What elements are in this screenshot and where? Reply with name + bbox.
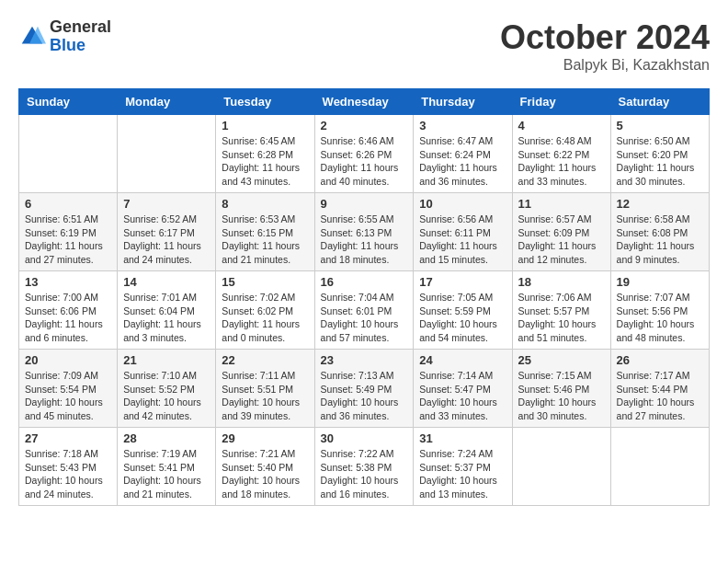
logo-blue: Blue bbox=[50, 37, 111, 55]
day-info: Sunrise: 7:05 AMSunset: 5:59 PMDaylight:… bbox=[419, 292, 497, 343]
day-info: Sunrise: 6:46 AMSunset: 6:26 PMDaylight:… bbox=[321, 135, 399, 187]
calendar-cell: 20 Sunrise: 7:09 AMSunset: 5:54 PMDaylig… bbox=[19, 350, 118, 428]
weekday-header: Wednesday bbox=[314, 89, 414, 115]
calendar-cell: 31 Sunrise: 7:24 AMSunset: 5:37 PMDaylig… bbox=[414, 428, 512, 506]
day-info: Sunrise: 7:02 AMSunset: 6:02 PMDaylight:… bbox=[222, 292, 300, 343]
day-info: Sunrise: 7:06 AMSunset: 5:57 PMDaylight:… bbox=[518, 292, 597, 343]
weekday-header: Monday bbox=[118, 89, 216, 115]
day-number: 7 bbox=[123, 197, 210, 211]
day-number: 18 bbox=[518, 275, 605, 289]
calendar-cell: 19 Sunrise: 7:07 AMSunset: 5:56 PMDaylig… bbox=[610, 271, 709, 350]
calendar-cell: 12 Sunrise: 6:58 AMSunset: 6:08 PMDaylig… bbox=[610, 193, 709, 271]
logo-text: General Blue bbox=[50, 18, 111, 55]
day-number: 1 bbox=[222, 119, 308, 132]
logo-general: General bbox=[50, 18, 111, 37]
calendar-cell: 10 Sunrise: 6:56 AMSunset: 6:11 PMDaylig… bbox=[414, 193, 512, 271]
calendar-cell: 28 Sunrise: 7:19 AMSunset: 5:41 PMDaylig… bbox=[118, 428, 216, 506]
calendar-cell: 27 Sunrise: 7:18 AMSunset: 5:43 PMDaylig… bbox=[19, 428, 118, 506]
day-number: 2 bbox=[321, 119, 408, 132]
day-number: 21 bbox=[123, 353, 210, 367]
calendar-cell: 11 Sunrise: 6:57 AMSunset: 6:09 PMDaylig… bbox=[512, 193, 610, 271]
day-info: Sunrise: 7:11 AMSunset: 5:51 PMDaylight:… bbox=[222, 370, 300, 421]
day-info: Sunrise: 6:56 AMSunset: 6:11 PMDaylight:… bbox=[419, 213, 497, 265]
calendar-cell: 16 Sunrise: 7:04 AMSunset: 6:01 PMDaylig… bbox=[314, 271, 414, 350]
day-info: Sunrise: 6:58 AMSunset: 6:08 PMDaylight:… bbox=[617, 213, 695, 265]
calendar-cell: 23 Sunrise: 7:13 AMSunset: 5:49 PMDaylig… bbox=[314, 350, 414, 428]
day-number: 3 bbox=[419, 119, 506, 132]
day-number: 12 bbox=[617, 197, 703, 211]
day-info: Sunrise: 6:45 AMSunset: 6:28 PMDaylight:… bbox=[222, 135, 300, 187]
day-number: 25 bbox=[518, 353, 605, 367]
location: Balpyk Bi, Kazakhstan bbox=[500, 57, 710, 74]
day-info: Sunrise: 7:14 AMSunset: 5:47 PMDaylight:… bbox=[419, 370, 497, 421]
calendar: SundayMondayTuesdayWednesdayThursdayFrid… bbox=[18, 88, 710, 506]
calendar-cell: 7 Sunrise: 6:52 AMSunset: 6:17 PMDayligh… bbox=[118, 193, 216, 271]
day-info: Sunrise: 6:55 AMSunset: 6:13 PMDaylight:… bbox=[321, 213, 399, 265]
day-info: Sunrise: 6:47 AMSunset: 6:24 PMDaylight:… bbox=[419, 135, 497, 187]
calendar-cell: 22 Sunrise: 7:11 AMSunset: 5:51 PMDaylig… bbox=[216, 350, 314, 428]
day-number: 26 bbox=[617, 353, 703, 367]
day-number: 19 bbox=[617, 275, 703, 289]
weekday-header: Sunday bbox=[19, 89, 118, 115]
day-info: Sunrise: 6:50 AMSunset: 6:20 PMDaylight:… bbox=[617, 135, 695, 187]
day-info: Sunrise: 6:53 AMSunset: 6:15 PMDaylight:… bbox=[222, 213, 300, 265]
calendar-cell: 13 Sunrise: 7:00 AMSunset: 6:06 PMDaylig… bbox=[19, 271, 118, 350]
weekday-header: Tuesday bbox=[216, 89, 314, 115]
day-number: 14 bbox=[123, 275, 210, 289]
calendar-cell: 24 Sunrise: 7:14 AMSunset: 5:47 PMDaylig… bbox=[414, 350, 512, 428]
calendar-cell: 29 Sunrise: 7:21 AMSunset: 5:40 PMDaylig… bbox=[216, 428, 314, 506]
day-number: 15 bbox=[222, 275, 308, 289]
calendar-cell: 5 Sunrise: 6:50 AMSunset: 6:20 PMDayligh… bbox=[610, 115, 709, 193]
day-info: Sunrise: 7:00 AMSunset: 6:06 PMDaylight:… bbox=[25, 292, 103, 343]
day-number: 31 bbox=[419, 431, 506, 445]
calendar-cell: 8 Sunrise: 6:53 AMSunset: 6:15 PMDayligh… bbox=[216, 193, 314, 271]
day-number: 29 bbox=[222, 431, 308, 445]
day-info: Sunrise: 7:18 AMSunset: 5:43 PMDaylight:… bbox=[25, 448, 103, 500]
calendar-cell bbox=[610, 428, 709, 506]
calendar-week-row: 13 Sunrise: 7:00 AMSunset: 6:06 PMDaylig… bbox=[19, 271, 710, 350]
day-info: Sunrise: 6:52 AMSunset: 6:17 PMDaylight:… bbox=[123, 213, 201, 265]
header-row: SundayMondayTuesdayWednesdayThursdayFrid… bbox=[19, 89, 710, 115]
day-number: 6 bbox=[25, 197, 111, 211]
title-block: October 2024 Balpyk Bi, Kazakhstan bbox=[500, 18, 710, 74]
day-number: 10 bbox=[419, 197, 506, 211]
logo-icon bbox=[18, 23, 46, 51]
day-number: 28 bbox=[123, 431, 210, 445]
calendar-cell: 30 Sunrise: 7:22 AMSunset: 5:38 PMDaylig… bbox=[314, 428, 414, 506]
calendar-cell bbox=[118, 115, 216, 193]
day-number: 27 bbox=[25, 431, 111, 445]
day-info: Sunrise: 7:19 AMSunset: 5:41 PMDaylight:… bbox=[123, 448, 201, 500]
day-number: 8 bbox=[222, 197, 308, 211]
day-info: Sunrise: 7:21 AMSunset: 5:40 PMDaylight:… bbox=[222, 448, 300, 500]
day-number: 9 bbox=[321, 197, 408, 211]
weekday-header: Thursday bbox=[414, 89, 512, 115]
calendar-cell: 26 Sunrise: 7:17 AMSunset: 5:44 PMDaylig… bbox=[610, 350, 709, 428]
day-number: 17 bbox=[419, 275, 506, 289]
day-number: 30 bbox=[321, 431, 408, 445]
calendar-cell: 14 Sunrise: 7:01 AMSunset: 6:04 PMDaylig… bbox=[118, 271, 216, 350]
day-info: Sunrise: 7:07 AMSunset: 5:56 PMDaylight:… bbox=[617, 292, 695, 343]
calendar-week-row: 20 Sunrise: 7:09 AMSunset: 5:54 PMDaylig… bbox=[19, 350, 710, 428]
day-number: 4 bbox=[518, 119, 605, 132]
calendar-cell bbox=[512, 428, 610, 506]
day-number: 23 bbox=[321, 353, 408, 367]
calendar-week-row: 6 Sunrise: 6:51 AMSunset: 6:19 PMDayligh… bbox=[19, 193, 710, 271]
day-number: 20 bbox=[25, 353, 111, 367]
calendar-cell: 15 Sunrise: 7:02 AMSunset: 6:02 PMDaylig… bbox=[216, 271, 314, 350]
calendar-cell: 4 Sunrise: 6:48 AMSunset: 6:22 PMDayligh… bbox=[512, 115, 610, 193]
day-info: Sunrise: 7:09 AMSunset: 5:54 PMDaylight:… bbox=[25, 370, 103, 421]
day-info: Sunrise: 7:10 AMSunset: 5:52 PMDaylight:… bbox=[123, 370, 201, 421]
day-number: 16 bbox=[321, 275, 408, 289]
day-info: Sunrise: 7:15 AMSunset: 5:46 PMDaylight:… bbox=[518, 370, 597, 421]
day-info: Sunrise: 7:04 AMSunset: 6:01 PMDaylight:… bbox=[321, 292, 399, 343]
calendar-cell: 3 Sunrise: 6:47 AMSunset: 6:24 PMDayligh… bbox=[414, 115, 512, 193]
day-number: 5 bbox=[617, 119, 703, 132]
calendar-cell: 21 Sunrise: 7:10 AMSunset: 5:52 PMDaylig… bbox=[118, 350, 216, 428]
day-info: Sunrise: 6:57 AMSunset: 6:09 PMDaylight:… bbox=[518, 213, 597, 265]
calendar-cell: 18 Sunrise: 7:06 AMSunset: 5:57 PMDaylig… bbox=[512, 271, 610, 350]
page-header: General Blue October 2024 Balpyk Bi, Kaz… bbox=[18, 18, 710, 74]
calendar-week-row: 27 Sunrise: 7:18 AMSunset: 5:43 PMDaylig… bbox=[19, 428, 710, 506]
day-info: Sunrise: 7:17 AMSunset: 5:44 PMDaylight:… bbox=[617, 370, 695, 421]
calendar-cell bbox=[19, 115, 118, 193]
calendar-cell: 6 Sunrise: 6:51 AMSunset: 6:19 PMDayligh… bbox=[19, 193, 118, 271]
